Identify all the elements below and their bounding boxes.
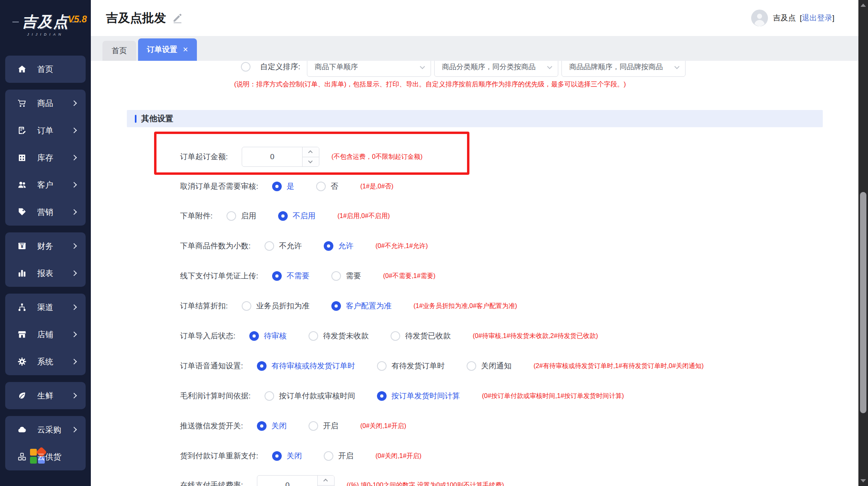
sort-dropdown-1[interactable]: 商品下单顺序 xyxy=(307,61,431,77)
top-header: 吉及点批发 吉及点 [退出登录] xyxy=(91,0,858,36)
tab-订单设置[interactable]: 订单设置× xyxy=(138,38,197,61)
radio-option[interactable]: 有待发货订单时 xyxy=(377,361,445,371)
number-input-value[interactable]: 0 xyxy=(257,476,317,486)
sidebar-item-reports[interactable]: 报表 xyxy=(5,260,86,287)
radio-option[interactable]: 否 xyxy=(316,181,338,192)
stepper-up-button[interactable] xyxy=(318,476,334,486)
radio-option[interactable]: 是 xyxy=(272,181,294,192)
stepper-up-button[interactable] xyxy=(303,147,319,157)
radio-option[interactable]: 开启 xyxy=(324,451,353,461)
radio-option[interactable]: 开启 xyxy=(309,421,338,431)
number-input[interactable]: 0 xyxy=(242,147,319,167)
radio-option[interactable]: 不启用 xyxy=(278,211,315,221)
logout-link[interactable]: [退出登录] xyxy=(800,13,834,23)
sort-dropdowns: 商品下单顺序商品分类顺序，同分类按商品商品品牌顺序，同品牌按商品 xyxy=(304,61,686,77)
scrollbar-up-arrow-icon[interactable] xyxy=(860,4,866,7)
row-red-note: (0#不需要,1#需要) xyxy=(383,272,435,280)
sidebar-item-fresh[interactable]: 生鲜 xyxy=(5,382,86,409)
number-input-value[interactable]: 0 xyxy=(242,147,302,166)
sort-dropdown-2[interactable]: 商品分类顺序，同分类按商品 xyxy=(434,61,558,77)
stepper-down-button[interactable] xyxy=(303,157,319,167)
scrollbar-down-arrow-icon[interactable] xyxy=(860,479,866,482)
sidebar-item-label: 商品 xyxy=(37,98,53,109)
form-row-import-status: 订单导入后状态:待审核待发货未收款待发货已收款(0#待审核,1#待发货未收款,2… xyxy=(180,331,598,341)
sidebar-item-cloud-purchase[interactable]: 云采购 xyxy=(5,416,86,443)
sidebar-item-customers[interactable]: 客户 xyxy=(5,171,86,198)
form-row-wechat-ship-push: 推送微信发货开关:关闭开启(0#关闭,1#开启) xyxy=(180,421,406,431)
sidebar-item-channels[interactable]: 渠道 xyxy=(5,294,86,321)
form-row-offline-pay-voucher: 线下支付订单凭证上传:不需要需要(0#不需要,1#需要) xyxy=(180,271,435,281)
radio-option[interactable]: 待发货未收款 xyxy=(309,331,369,341)
sidebar-item-goods[interactable]: 商品 xyxy=(5,90,86,117)
sidebar-item-marketing[interactable]: 营销 xyxy=(5,198,86,226)
number-input[interactable]: 0 xyxy=(257,475,335,486)
radio-option[interactable]: 待审核 xyxy=(249,331,287,341)
radio-unselected-icon[interactable] xyxy=(265,391,274,401)
sidebar-item-orders[interactable]: 订单 xyxy=(5,117,86,144)
radio-option[interactable]: 不允许 xyxy=(265,241,302,251)
radio-option[interactable]: 关闭通知 xyxy=(467,361,511,371)
row-red-note: (0#不允许,1#允许) xyxy=(375,242,428,250)
sidebar-item-inventory[interactable]: 库存 xyxy=(5,144,86,171)
sidebar-group-5: 生鲜 xyxy=(5,382,86,409)
radio-unselected-icon[interactable] xyxy=(227,211,236,221)
radio-option[interactable]: 客户配置为准 xyxy=(331,301,391,311)
radio-option[interactable]: 待发货已收款 xyxy=(391,331,451,341)
version-badge: V5.8 xyxy=(68,14,87,25)
radio-unselected-icon[interactable] xyxy=(265,241,274,251)
radio-option-label: 有待审核或待发货订单时 xyxy=(271,361,355,371)
section-title: 其他设置 xyxy=(141,113,173,124)
radio-option[interactable]: 业务员折扣为准 xyxy=(242,301,309,311)
radio-unselected-icon[interactable] xyxy=(391,331,400,341)
edit-title-icon[interactable] xyxy=(172,12,183,24)
form-row-settlement-discount: 订单结算折扣:业务员折扣为准客户配置为准(1#业务员折扣为准,0#客户配置为准) xyxy=(180,301,517,311)
radio-unselected-icon[interactable] xyxy=(309,331,318,341)
radio-unselected-icon[interactable] xyxy=(324,451,333,461)
sidebar-item-finance[interactable]: ¥财务 xyxy=(5,232,86,260)
sort-dropdown-3[interactable]: 商品品牌顺序，同品牌按商品 xyxy=(561,61,686,77)
radio-option-label: 开启 xyxy=(323,421,338,431)
scrollbar-thumb[interactable] xyxy=(860,192,866,413)
radio-selected-icon[interactable] xyxy=(377,391,387,401)
tab-close-icon[interactable]: × xyxy=(183,45,188,54)
radio-selected-icon[interactable] xyxy=(257,361,267,371)
radio-selected-icon[interactable] xyxy=(249,331,259,341)
radio-option[interactable]: 需要 xyxy=(331,271,361,281)
custom-sort-radio[interactable] xyxy=(241,62,251,72)
sidebar-item-shops[interactable]: 店铺 xyxy=(5,321,86,348)
chevron-right-icon xyxy=(71,155,77,160)
logo-title: 吉及点 xyxy=(22,12,69,32)
radio-option[interactable]: 按订单发货时间计算 xyxy=(377,391,460,401)
radio-unselected-icon[interactable] xyxy=(377,361,387,371)
page-scrollbar[interactable] xyxy=(858,0,868,486)
radio-selected-icon[interactable] xyxy=(331,301,341,311)
radio-selected-icon[interactable] xyxy=(278,211,288,221)
radio-unselected-icon[interactable] xyxy=(331,271,341,281)
radio-unselected-icon[interactable] xyxy=(309,421,318,431)
sidebar-item-cloud-supply[interactable]: 云供货 xyxy=(5,443,86,470)
radio-option[interactable]: 有待审核或待发货订单时 xyxy=(257,361,355,371)
inventory-icon xyxy=(17,153,27,162)
radio-selected-icon[interactable] xyxy=(257,421,267,431)
radio-option[interactable]: 启用 xyxy=(227,211,256,221)
radio-selected-icon[interactable] xyxy=(272,451,282,461)
row-red-note: (1#启用,0#不启用) xyxy=(337,212,390,220)
sidebar-item-system[interactable]: 系统 xyxy=(5,348,86,375)
radio-option[interactable]: 不需要 xyxy=(272,271,309,281)
radio-unselected-icon[interactable] xyxy=(467,361,476,371)
tab-首页[interactable]: 首页 xyxy=(102,41,136,61)
radio-unselected-icon[interactable] xyxy=(316,182,326,191)
radio-unselected-icon[interactable] xyxy=(242,301,251,311)
chevron-down-icon xyxy=(420,64,425,69)
radio-selected-icon[interactable] xyxy=(272,271,282,281)
radio-option[interactable]: 允许 xyxy=(324,241,353,251)
radio-option-label: 否 xyxy=(331,181,338,192)
radio-option[interactable]: 按订单付款或审核时间 xyxy=(265,391,355,401)
radio-option[interactable]: 关闭 xyxy=(272,451,302,461)
sidebar-item-label: 系统 xyxy=(37,356,53,367)
sidebar-item-home[interactable]: 首页 xyxy=(5,56,86,83)
radio-option[interactable]: 关闭 xyxy=(257,421,287,431)
sidebar-item-label: 云供货 xyxy=(37,452,61,462)
radio-selected-icon[interactable] xyxy=(324,241,333,251)
radio-selected-icon[interactable] xyxy=(272,182,282,191)
